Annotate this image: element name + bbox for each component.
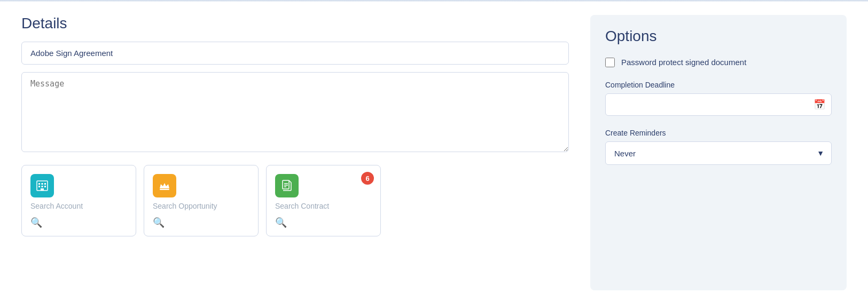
search-cards-container: Search Account 🔍 Search Opportunity 🔍 [21,165,569,236]
search-opportunity-card[interactable]: Search Opportunity 🔍 [144,165,259,236]
search-account-label: Search Account [30,202,125,210]
svg-rect-2 [42,183,43,185]
options-section: Options Password protect signed document… [590,15,847,290]
contract-badge: 6 [361,172,374,185]
details-title: Details [21,15,569,32]
create-reminders-label: Create Reminders [605,129,832,137]
svg-rect-1 [38,183,40,185]
agreement-name-input[interactable] [21,42,569,65]
building-icon [30,174,54,197]
svg-rect-4 [38,186,40,187]
reminder-select-wrapper: Never Every Day Every Week Every Two Wee… [605,141,832,165]
svg-rect-6 [44,186,46,187]
message-textarea[interactable] [21,72,569,152]
password-protect-checkbox[interactable] [605,58,615,67]
search-opportunity-search-icon: 🔍 [153,217,247,228]
svg-rect-5 [42,186,43,187]
svg-rect-9 [283,180,289,189]
search-account-card[interactable]: Search Account 🔍 [21,165,136,236]
details-section: Details [21,15,569,290]
svg-rect-3 [44,183,46,185]
search-account-search-icon: 🔍 [30,217,125,228]
crown-icon [153,174,176,197]
document-icon [275,174,299,197]
search-contract-search-icon: 🔍 [275,217,370,228]
search-contract-label: Search Contract [275,202,370,210]
options-title: Options [605,28,832,45]
password-protect-label[interactable]: Password protect signed document [621,57,746,68]
svg-rect-7 [41,188,44,191]
search-opportunity-label: Search Opportunity [153,202,247,210]
svg-rect-8 [160,189,169,190]
reminder-select[interactable]: Never Every Day Every Week Every Two Wee… [605,141,832,165]
search-contract-card[interactable]: 6 Search Contract 🔍 [266,165,381,236]
completion-deadline-wrapper: 📅 [605,93,832,116]
password-protect-row: Password protect signed document [605,57,832,68]
completion-deadline-input[interactable] [605,93,832,116]
completion-deadline-label: Completion Deadline [605,81,832,89]
